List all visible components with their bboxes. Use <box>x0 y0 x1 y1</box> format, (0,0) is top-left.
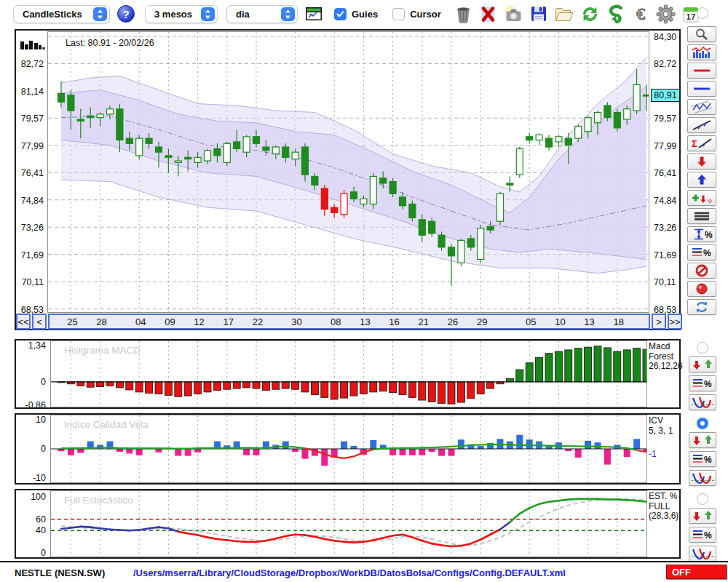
lines-percent-icon <box>689 377 716 390</box>
date-label: 28 <box>94 316 110 327</box>
axis-tick: 81,14 <box>16 87 47 97</box>
macd-arrows-button[interactable] <box>689 356 716 372</box>
main-chart-panel: 82,7281,1479,5777,9976,4174,8473,2671,69… <box>15 29 681 330</box>
icv-curve-button[interactable] <box>689 470 716 486</box>
calendar-day: 17 <box>686 12 695 20</box>
macd-levels-button[interactable] <box>689 375 716 391</box>
help-button[interactable]: ? <box>117 3 135 25</box>
scroll-forward-button[interactable]: > <box>652 314 666 330</box>
red-x-icon <box>479 5 497 23</box>
arrow-down-button[interactable] <box>687 154 716 170</box>
icv-panel-radio[interactable] <box>697 418 708 429</box>
svg-text:Σ: Σ <box>692 138 697 149</box>
magnifier-icon <box>689 28 715 41</box>
record-button[interactable] <box>687 281 716 297</box>
cursor-label: Cursor <box>410 9 441 20</box>
reload-data-button[interactable] <box>606 3 625 25</box>
stochastic-curve-button[interactable] <box>689 546 716 562</box>
cursor-checkbox[interactable]: Cursor <box>392 8 441 20</box>
chart-window-button[interactable] <box>305 3 323 25</box>
date-label: 22 <box>250 316 266 327</box>
signals-button[interactable] <box>687 190 716 206</box>
main-chart-radio[interactable] <box>697 7 708 19</box>
date-label: 25 <box>64 316 80 327</box>
trash-button[interactable] <box>454 3 472 25</box>
date-label: 30 <box>289 316 305 327</box>
floppy-disk-icon <box>530 5 547 23</box>
stochastic-arrows-button[interactable] <box>689 508 716 524</box>
delete-button[interactable] <box>479 3 497 25</box>
guies-checkbox[interactable]: Guies <box>334 8 378 20</box>
chevron-up-down-icon <box>201 7 215 21</box>
blue-line-icon <box>689 82 715 95</box>
zoom-button[interactable] <box>687 26 716 42</box>
date-label: 13 <box>582 316 598 327</box>
svg-text:€: € <box>636 4 645 23</box>
green-s-arrow-icon <box>606 4 625 24</box>
axis-tick: 73,26 <box>650 223 681 233</box>
no-entry-button[interactable] <box>687 263 716 279</box>
stochastic-panel: 10060400 Full Estocástico EST. % FULL (2… <box>15 489 681 559</box>
axis-tick: 82,72 <box>650 59 681 69</box>
date-axis-strip[interactable]: 252804091217223008131621262905101318 <box>48 314 650 330</box>
blue-up-arrow-icon <box>689 173 715 186</box>
scroll-back-button[interactable]: < <box>32 314 47 330</box>
price-study-button[interactable] <box>687 44 716 60</box>
axis-tick: 71,69 <box>16 250 47 260</box>
off-toggle-button[interactable]: OFF <box>666 565 727 579</box>
red-hline-button[interactable] <box>687 63 716 79</box>
candlestick-plot[interactable]: Last: 80.91 - 20/02/26 <box>47 31 649 313</box>
save-button[interactable] <box>530 3 547 25</box>
chart-type-select[interactable]: CandleSticks <box>13 5 110 23</box>
period-select[interactable]: 3 mesos <box>145 5 218 23</box>
indicator-chart-icon <box>689 46 715 59</box>
channel-button[interactable] <box>687 99 716 115</box>
axis-tick: 74,84 <box>16 196 47 206</box>
stochastic-axis: 10060400 <box>16 490 49 557</box>
interval-select[interactable]: dia <box>226 5 298 23</box>
axis-tick: 0 <box>16 548 49 558</box>
sigma-trend-button[interactable]: Σ <box>687 135 716 151</box>
lines-percent-icon <box>689 453 716 466</box>
axis-tick: 76,41 <box>650 168 681 178</box>
stochastic-plot: Full Estocástico <box>50 490 647 557</box>
scroll-fast-back-button[interactable]: << <box>16 314 31 330</box>
guies-label: Guies <box>352 9 378 20</box>
stochastic-panel-radio[interactable] <box>697 493 708 505</box>
main-right-axis: 80,91 84,3082,7279,5777,9976,4174,8473,2… <box>650 31 681 313</box>
settings-button[interactable] <box>656 3 676 25</box>
checkbox-checked-icon <box>334 8 347 20</box>
icv-levels-button[interactable] <box>689 451 716 467</box>
icv-arrows-button[interactable] <box>689 432 716 448</box>
status-bar: NESTLE (NESN.SW) /Users/mserra/Library/C… <box>0 561 728 582</box>
interval-value: dia <box>236 9 250 20</box>
refresh-button[interactable] <box>580 3 600 25</box>
open-button[interactable] <box>554 3 574 25</box>
currency-button[interactable]: € <box>632 3 649 25</box>
trendline-button[interactable] <box>687 117 716 133</box>
arrow-up-button[interactable] <box>687 172 716 188</box>
last-price-label: Last: 80.91 - 20/02/26 <box>66 38 154 48</box>
sync-button[interactable] <box>687 299 716 315</box>
main-left-axis: 82,7281,1479,5777,9976,4174,8473,2671,69… <box>16 31 47 313</box>
blue-hline-button[interactable] <box>687 81 716 97</box>
macd-plot: Histgrama MACD <box>50 340 647 407</box>
icv-panel: 100-10 Indice Calidad Vela ICV 5, 3, 1 -… <box>15 413 681 485</box>
snapshot-button[interactable] <box>504 3 523 25</box>
axis-tick: -0,86 <box>16 400 49 410</box>
axis-tick: 82,72 <box>16 59 47 69</box>
list-button[interactable] <box>687 208 716 224</box>
date-label: 09 <box>162 316 178 327</box>
axis-tick: 84,30 <box>650 32 681 42</box>
toolbar: CandleSticks ? 3 mesos dia Guies Cursor <box>0 0 728 28</box>
curves-icon <box>689 396 716 409</box>
stochastic-levels-button[interactable] <box>689 527 716 543</box>
measure-percent-button[interactable]: % <box>687 226 716 242</box>
macd-panel-radio[interactable] <box>697 342 708 354</box>
trendline-icon <box>689 119 715 132</box>
scroll-fast-forward-button[interactable]: >> <box>668 314 682 330</box>
levels-percent-button[interactable] <box>687 244 716 260</box>
macd-curve-button[interactable] <box>689 394 716 410</box>
date-label: 16 <box>387 316 403 327</box>
chevron-up-down-icon <box>281 7 295 21</box>
